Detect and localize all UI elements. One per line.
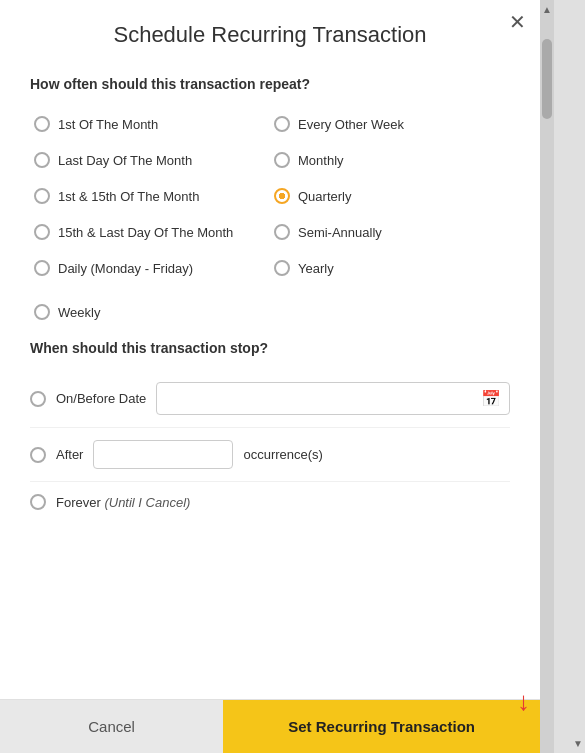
after-label: After	[56, 447, 83, 462]
dialog: ✕ Schedule Recurring Transaction How oft…	[0, 0, 540, 753]
radio-label-every-other-week: Every Other Week	[298, 117, 404, 132]
arrow-icon: ↓	[517, 686, 530, 717]
repeat-section-label: How often should this transaction repeat…	[30, 76, 510, 92]
radio-quarterly[interactable]	[274, 188, 290, 204]
radio-item-every-other-week[interactable]: Every Other Week	[270, 106, 510, 142]
radio-item-yearly[interactable]: Yearly	[270, 250, 510, 286]
scrollbar-thumb[interactable]	[542, 39, 552, 119]
scroll-up-arrow[interactable]: ▲	[542, 4, 552, 15]
radio-1st-of-month[interactable]	[34, 116, 50, 132]
stop-on-before-date: On/Before Date 📅	[30, 370, 510, 428]
radio-daily[interactable]	[34, 260, 50, 276]
forever-sublabel: (Until I Cancel)	[104, 495, 190, 510]
radio-every-other-week[interactable]	[274, 116, 290, 132]
radio-item-quarterly[interactable]: Quarterly	[270, 178, 510, 214]
calendar-icon: 📅	[481, 389, 501, 408]
radio-label-quarterly: Quarterly	[298, 189, 351, 204]
stop-section: When should this transaction stop? On/Be…	[30, 340, 510, 522]
radio-stop-occurrence[interactable]	[30, 447, 46, 463]
radio-15th-last[interactable]	[34, 224, 50, 240]
radio-stop-forever[interactable]	[30, 494, 46, 510]
radio-item-15th-last[interactable]: 15th & Last Day Of The Month	[30, 214, 270, 250]
radio-label-yearly: Yearly	[298, 261, 334, 276]
close-button[interactable]: ✕	[509, 12, 526, 32]
radio-last-day[interactable]	[34, 152, 50, 168]
radio-stop-date[interactable]	[30, 391, 46, 407]
dialog-content: How often should this transaction repeat…	[0, 66, 540, 699]
repeat-options-grid: 1st Of The Month Last Day Of The Month 1…	[30, 106, 510, 286]
forever-label: Forever	[56, 495, 101, 510]
radio-label-1st-of-month: 1st Of The Month	[58, 117, 158, 132]
radio-label-last-day: Last Day Of The Month	[58, 153, 192, 168]
radio-label-semi-annually: Semi-Annually	[298, 225, 382, 240]
stop-after-occurrence: After occurrence(s)	[30, 428, 510, 482]
radio-item-last-day[interactable]: Last Day Of The Month	[30, 142, 270, 178]
radio-item-monthly[interactable]: Monthly	[270, 142, 510, 178]
radio-item-1st-15th[interactable]: 1st & 15th Of The Month	[30, 178, 270, 214]
radio-item-daily[interactable]: Daily (Monday - Friday)	[30, 250, 270, 286]
radio-yearly[interactable]	[274, 260, 290, 276]
stop-date-label: On/Before Date	[56, 391, 146, 406]
radio-1st-15th[interactable]	[34, 188, 50, 204]
dialog-footer: Cancel ↓ Set Recurring Transaction	[0, 699, 540, 753]
radio-semi-annually[interactable]	[274, 224, 290, 240]
scroll-down-arrow[interactable]: ▼	[573, 738, 583, 749]
cancel-button[interactable]: Cancel	[0, 700, 223, 753]
radio-monthly[interactable]	[274, 152, 290, 168]
occurrence-input[interactable]	[93, 440, 233, 469]
radio-item-1st-of-month[interactable]: 1st Of The Month	[30, 106, 270, 142]
radio-label-15th-last: 15th & Last Day Of The Month	[58, 225, 233, 240]
radio-weekly[interactable]	[34, 304, 50, 320]
stop-section-label: When should this transaction stop?	[30, 340, 510, 356]
radio-label-weekly: Weekly	[58, 305, 100, 320]
occurrence-suffix: occurrence(s)	[243, 447, 322, 462]
radio-label-monthly: Monthly	[298, 153, 344, 168]
date-input[interactable]	[165, 391, 481, 406]
set-recurring-button[interactable]: ↓ Set Recurring Transaction	[223, 700, 540, 753]
occurrence-wrapper: After occurrence(s)	[56, 440, 323, 469]
dialog-title: Schedule Recurring Transaction	[0, 0, 540, 66]
radio-item-weekly[interactable]: Weekly	[30, 294, 510, 330]
scrollbar: ▲ ▼	[540, 0, 554, 753]
dialog-wrapper: ✕ Schedule Recurring Transaction How oft…	[0, 0, 585, 753]
radio-label-1st-15th: 1st & 15th Of The Month	[58, 189, 199, 204]
set-button-label: Set Recurring Transaction	[288, 718, 475, 735]
date-input-wrapper: 📅	[156, 382, 510, 415]
radio-label-daily: Daily (Monday - Friday)	[58, 261, 193, 276]
stop-forever: Forever (Until I Cancel)	[30, 482, 510, 522]
radio-item-semi-annually[interactable]: Semi-Annually	[270, 214, 510, 250]
